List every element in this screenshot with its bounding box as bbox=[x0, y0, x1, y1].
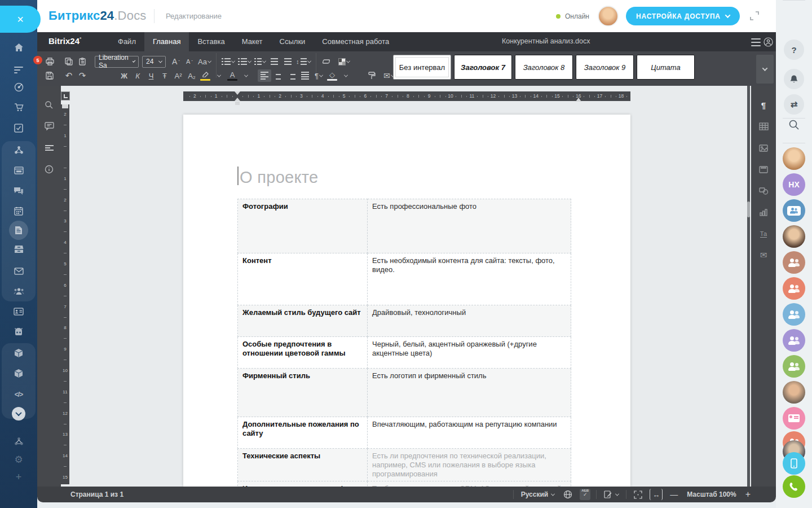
style-заголовок-8[interactable]: Заголовок 8 bbox=[515, 55, 573, 80]
row-label[interactable]: Дополнительные пожелания по сайту bbox=[238, 417, 368, 449]
sidebar-item-messenger[interactable] bbox=[0, 182, 37, 199]
shading-button[interactable]: ◇ bbox=[325, 69, 339, 82]
set-language-icon[interactable] bbox=[562, 489, 574, 500]
font-name-select[interactable]: Liberation Sa bbox=[95, 56, 139, 68]
help-button[interactable]: ? bbox=[776, 40, 812, 60]
info-icon[interactable] bbox=[37, 161, 61, 177]
group-avatar[interactable] bbox=[776, 355, 812, 378]
row-value[interactable]: Требуется ли интеграция CRM, 1С или друг… bbox=[368, 481, 571, 487]
call-button[interactable] bbox=[776, 475, 812, 498]
bullet-list-button[interactable] bbox=[220, 55, 236, 68]
style-заголовок-7[interactable]: Заголовок 7 bbox=[454, 55, 512, 80]
cell-color-button[interactable] bbox=[337, 55, 351, 68]
text-art-icon[interactable]: Та bbox=[751, 225, 776, 242]
paragraph-marks-button[interactable]: ¶ bbox=[312, 69, 325, 82]
sidebar-item-collaboration[interactable] bbox=[0, 142, 37, 159]
tab-совместная-работа[interactable]: Совместная работа bbox=[314, 32, 398, 51]
group-avatar[interactable] bbox=[776, 277, 812, 300]
paragraph-settings-icon[interactable]: ¶ bbox=[751, 97, 776, 113]
indent-marker[interactable] bbox=[237, 102, 240, 105]
search-icon[interactable] bbox=[37, 97, 61, 113]
tab-файл[interactable]: Файл bbox=[109, 32, 144, 51]
zoom-out-button[interactable]: — bbox=[668, 489, 679, 500]
zoom-level[interactable]: Масштаб 100% bbox=[685, 489, 738, 500]
multilevel-list-button[interactable] bbox=[253, 55, 267, 68]
scrollbar-handle[interactable] bbox=[747, 202, 750, 217]
tab-вставка[interactable]: Вставка bbox=[189, 32, 233, 51]
redo-button[interactable]: ↷ bbox=[76, 69, 89, 82]
sidebar-item-more[interactable] bbox=[0, 405, 37, 422]
row-value[interactable]: Есть профессиональные фото bbox=[368, 199, 571, 253]
numbered-list-button[interactable] bbox=[236, 55, 253, 68]
sidebar-item-docs[interactable] bbox=[0, 222, 37, 239]
review-mode-button[interactable] bbox=[602, 489, 620, 500]
subscript-button[interactable]: А₂ bbox=[185, 69, 198, 82]
sidebar-item-mail[interactable] bbox=[0, 262, 37, 279]
shading-dropdown[interactable] bbox=[339, 69, 352, 82]
style-без-интервал[interactable]: Без интервал bbox=[393, 55, 451, 80]
decrease-indent-button[interactable] bbox=[267, 55, 281, 68]
menu-icon[interactable] bbox=[751, 38, 761, 46]
tab-главная[interactable]: Главная bbox=[144, 32, 189, 51]
paste-button[interactable] bbox=[76, 55, 89, 68]
format-painter-button[interactable] bbox=[365, 69, 378, 82]
language-select[interactable]: Русский bbox=[519, 489, 557, 500]
clear-format-button[interactable] bbox=[320, 55, 333, 68]
underline-button[interactable]: Ч bbox=[144, 69, 158, 82]
sidebar-item-crm[interactable] bbox=[0, 78, 37, 95]
align-left-button[interactable] bbox=[258, 69, 271, 82]
group-avatar[interactable] bbox=[776, 251, 812, 274]
italic-button[interactable]: К bbox=[131, 69, 144, 82]
sidebar-item-drive[interactable] bbox=[0, 240, 37, 257]
sidebar-item-tasks[interactable] bbox=[0, 120, 37, 137]
shapes-icon[interactable] bbox=[751, 182, 776, 199]
image-settings-icon[interactable] bbox=[751, 139, 776, 156]
sidebar-item-contacts[interactable] bbox=[0, 303, 37, 320]
contact-card-chat[interactable] bbox=[776, 407, 812, 430]
bold-button[interactable]: Ж bbox=[117, 69, 131, 82]
horizontal-ruler[interactable]: 21123456789101112131415161718 bbox=[183, 91, 630, 101]
row-label[interactable]: Фотографии bbox=[238, 199, 368, 253]
row-label[interactable]: Желаемый стиль будущего сайт bbox=[238, 305, 368, 337]
mobile-app-button[interactable] bbox=[776, 452, 812, 475]
line-spacing-button[interactable]: ↕ bbox=[294, 55, 312, 68]
style-gallery-more-button[interactable] bbox=[756, 55, 774, 84]
justify-button[interactable] bbox=[298, 69, 312, 82]
fit-width-icon[interactable]: ↔ bbox=[650, 489, 663, 500]
history-button[interactable]: ⇄ bbox=[776, 94, 812, 115]
indent-marker[interactable] bbox=[237, 97, 240, 101]
notifications-button[interactable] bbox=[776, 69, 812, 89]
user-avatar[interactable] bbox=[598, 6, 619, 27]
row-value[interactable]: Есть ли предпочтения по технической реал… bbox=[368, 449, 571, 481]
highlight-color-button[interactable] bbox=[198, 69, 212, 82]
chart-settings-icon[interactable] bbox=[751, 204, 776, 221]
row-value[interactable]: Драйвовый, технологичный bbox=[368, 305, 571, 337]
sidebar-item-market[interactable] bbox=[0, 99, 37, 116]
doc-heading[interactable]: О проекте bbox=[240, 168, 319, 187]
close-sidebar-tab[interactable]: × bbox=[0, 6, 41, 33]
user-avatar[interactable] bbox=[776, 147, 812, 170]
group-avatar[interactable] bbox=[776, 329, 812, 352]
row-label[interactable]: Технические аспекты bbox=[238, 449, 368, 481]
doc-table[interactable]: ФотографииЕсть профессиональные фотоКонт… bbox=[237, 199, 571, 487]
sidebar-item-developer[interactable]: </> bbox=[0, 385, 37, 402]
user-avatar[interactable] bbox=[776, 225, 812, 248]
bitrix24-docs-logo[interactable]: Битрикс24.Docs bbox=[48, 8, 147, 23]
sidebar-item-calendar[interactable] bbox=[0, 203, 37, 220]
margin-marker[interactable] bbox=[62, 104, 68, 108]
fullscreen-icon[interactable] bbox=[749, 10, 760, 21]
tab-макет[interactable]: Макет bbox=[233, 32, 271, 51]
row-label[interactable]: Интеграция стороннего софта bbox=[238, 481, 368, 487]
sidebar-item-employees[interactable] bbox=[0, 283, 37, 300]
change-case-button[interactable]: Аа bbox=[196, 55, 213, 68]
sidebar-item-settings[interactable]: ⚙ bbox=[0, 451, 37, 468]
style-заголовок-9[interactable]: Заголовок 9 bbox=[576, 55, 634, 80]
mail-merge-panel-icon[interactable]: ✉ bbox=[751, 247, 776, 264]
table-settings-icon[interactable] bbox=[751, 118, 776, 135]
user-avatar[interactable] bbox=[776, 381, 812, 404]
row-value[interactable]: Черный, белый, акцентный оранжевый (+дру… bbox=[368, 337, 571, 369]
row-value[interactable]: Впечатляющим, работающим на репутацию ко… bbox=[368, 417, 571, 449]
superscript-button[interactable]: А² bbox=[171, 69, 185, 82]
print-button[interactable] bbox=[43, 55, 56, 68]
style-цитата[interactable]: Цитата bbox=[637, 55, 695, 80]
